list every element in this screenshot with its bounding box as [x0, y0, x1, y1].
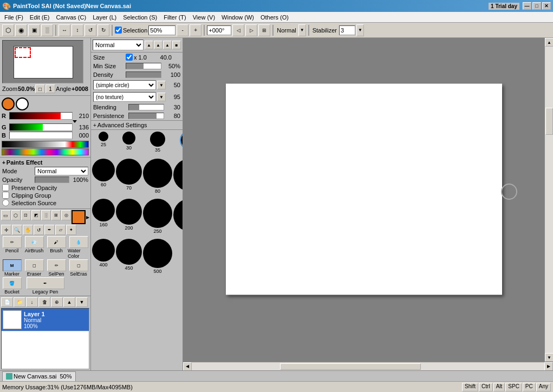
brush-mode-select[interactable]: Normal [93, 40, 144, 50]
preset-item-25[interactable]: 25 [92, 131, 115, 157]
rotation-input[interactable] [207, 25, 231, 35]
scroll-down-btn[interactable]: ▼ [545, 353, 553, 362]
tool-selection-rect[interactable]: ▭ [1, 210, 11, 220]
spc-btn[interactable]: SPC [505, 383, 522, 391]
texture-select[interactable]: (no texture) [93, 92, 156, 102]
foreground-color[interactable] [2, 97, 15, 110]
b-slider[interactable] [9, 132, 73, 139]
menu-filter[interactable]: Filter (T) [160, 13, 190, 22]
tool-legacypen[interactable]: ✒ Legacy Pen [23, 277, 67, 295]
brush-arrow-black[interactable]: ■ [172, 41, 181, 49]
shift-btn[interactable]: Shift [462, 383, 478, 391]
preset-item-100[interactable]: 100 [173, 158, 183, 197]
tool-watercolor[interactable]: 💧 Water Color [68, 236, 89, 259]
preset-item-450[interactable]: 450 [116, 238, 142, 274]
h-scroll-track[interactable] [192, 363, 544, 370]
toolbar-btn-flip-h[interactable]: ↔ [58, 24, 70, 36]
r-slider[interactable] [9, 112, 73, 120]
brush-arrow-right[interactable]: ▲ [163, 41, 172, 49]
tool-eraser[interactable]: ◻ Eraser [23, 259, 45, 277]
toolbar-btn-flip-v[interactable]: ↕ [71, 24, 83, 36]
tool-zoom[interactable]: 🔍 [12, 225, 22, 235]
rot-left-btn[interactable]: ◁ [232, 24, 244, 36]
tool-pen-pressure[interactable]: ✒ [44, 225, 55, 235]
v-scroll-thumb[interactable] [545, 108, 553, 135]
tool-selection-ellipse[interactable]: ⬡ [11, 210, 21, 220]
preset-item-60[interactable]: 60 [92, 158, 115, 197]
shape-btn[interactable]: ▼ [157, 81, 166, 89]
minimize-button[interactable]: — [523, 2, 531, 10]
toolbar-btn-rot-l[interactable]: ↺ [84, 24, 96, 36]
preset-item-400[interactable]: 400 [92, 238, 115, 274]
close-button[interactable]: ✕ [542, 2, 551, 10]
tool-selection-lasso[interactable]: ⊡ [21, 210, 31, 220]
clipping-group-checkbox[interactable] [2, 192, 9, 199]
preset-item-35[interactable]: 35 [143, 131, 172, 157]
preserve-opacity-checkbox[interactable] [2, 184, 9, 191]
tool-transform[interactable]: ⊞ [51, 210, 61, 220]
preset-item-200[interactable]: 200 [116, 198, 142, 237]
preset-item-250[interactable]: 250 [143, 198, 172, 237]
maximize-button[interactable]: □ [532, 2, 541, 10]
toolbar-btn-2[interactable]: ◉ [15, 24, 27, 36]
swatch-row-2[interactable] [2, 148, 89, 155]
layer-up-btn[interactable]: ▲ [63, 297, 75, 307]
tool-airbrush[interactable]: 💨 AirBrush [23, 236, 45, 259]
normal-expand-btn[interactable]: ▼ [298, 24, 306, 36]
import-layer-btn[interactable]: ↓ [26, 297, 38, 307]
brush-arrow-mid[interactable]: ▲ [154, 41, 162, 49]
color-swatch-expand[interactable]: ▶ [86, 215, 89, 220]
layer-down-btn[interactable]: ▼ [76, 297, 88, 307]
stabilizer-expand-btn[interactable]: ▼ [356, 24, 364, 36]
toolbar-btn-4[interactable]: ░ [41, 24, 53, 36]
preset-item-30[interactable]: 30 [116, 131, 142, 157]
g-slider[interactable] [9, 123, 73, 131]
brush-arrow-left[interactable]: ▲ [145, 41, 153, 49]
any-btn[interactable]: Any [536, 383, 551, 391]
tool-hand[interactable]: ✋ [23, 225, 33, 235]
texture-btn[interactable]: ▼ [157, 93, 166, 101]
toolbar-btn-1[interactable]: ⬡ [2, 24, 14, 36]
menu-window[interactable]: Window (W) [218, 13, 257, 22]
persistence-bar[interactable] [128, 113, 164, 119]
preset-item-500[interactable]: 500 [143, 238, 172, 274]
tool-ruler[interactable]: ▱ [55, 225, 66, 235]
tool-brush[interactable]: 🖌 Brush [45, 236, 67, 259]
menu-edit[interactable]: Edit (E) [27, 13, 53, 22]
menu-layer[interactable]: Layer (L) [89, 13, 120, 22]
rot-right-btn[interactable]: ▷ [245, 24, 257, 36]
opacity-bar[interactable] [35, 177, 69, 183]
scroll-right-btn[interactable]: ▶ [544, 362, 553, 371]
preset-item-80[interactable]: 80 [143, 158, 172, 197]
menu-selection[interactable]: Selection (S) [120, 13, 160, 22]
preset-item-300[interactable]: 300 [173, 198, 183, 237]
size-enable-checkbox[interactable] [126, 54, 133, 61]
new-folder-btn[interactable]: 📁 [14, 297, 25, 307]
tool-seleras[interactable]: ◻ SelEras [68, 259, 89, 277]
tool-eyedrop[interactable]: ◎ [61, 210, 71, 220]
tool-selpen[interactable]: ✏ SelPen [45, 259, 67, 277]
tool-extra[interactable]: ✦ [66, 225, 76, 235]
menu-view[interactable]: View (V) [190, 13, 218, 22]
scroll-up-btn[interactable]: ▲ [545, 38, 553, 47]
h-scroll-thumb[interactable] [280, 363, 421, 370]
zoom-fit-btn[interactable]: □ [35, 84, 45, 93]
zoom-input[interactable] [148, 25, 175, 35]
menu-canvas[interactable]: Canvas (C) [53, 13, 90, 22]
blending-bar[interactable] [128, 104, 164, 110]
scroll-left-btn[interactable]: ◀ [183, 362, 192, 371]
selection-source-radio[interactable] [2, 199, 9, 206]
preset-item-40[interactable]: 40 [173, 131, 183, 157]
toolbar-btn-3[interactable]: ▣ [28, 24, 40, 36]
canvas-scroll-content[interactable] [183, 38, 544, 362]
zoom-100-btn[interactable]: 1 [45, 84, 55, 93]
mode-select[interactable]: Normal [35, 167, 88, 175]
ctrl-btn[interactable]: Ctrl [479, 383, 493, 391]
v-scroll-track[interactable] [545, 47, 553, 353]
tool-pencil[interactable]: ✏ Pencil [1, 236, 23, 259]
selection-checkbox[interactable] [115, 27, 122, 34]
shape-select[interactable]: (simple circle) [93, 80, 156, 90]
preset-item-160[interactable]: 160 [92, 198, 115, 237]
tool-move[interactable]: ░ [41, 210, 51, 220]
tool-bucket[interactable]: 🪣 Bucket [1, 277, 23, 295]
